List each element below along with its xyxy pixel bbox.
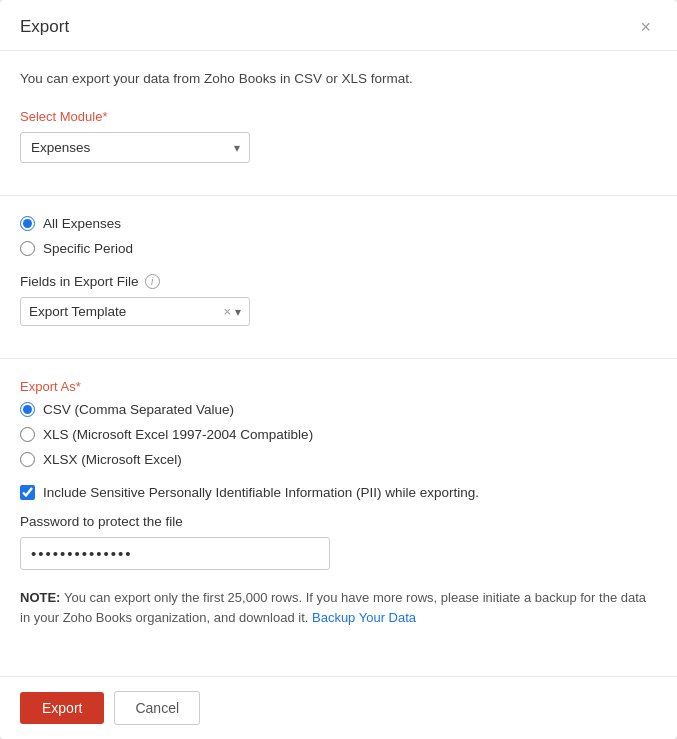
template-value: Export Template xyxy=(29,304,223,319)
section-divider xyxy=(0,195,677,196)
password-label: Password to protect the file xyxy=(20,514,657,529)
xls-radio[interactable] xyxy=(20,427,35,442)
csv-radio[interactable] xyxy=(20,402,35,417)
fields-label: Fields in Export File i xyxy=(20,274,657,289)
module-label: Select Module* xyxy=(20,109,657,124)
pii-label: Include Sensitive Personally Identifiabl… xyxy=(43,485,479,500)
note-section: NOTE: You can export only the first 25,0… xyxy=(20,588,657,628)
period-radio-group: All Expenses Specific Period xyxy=(20,216,657,256)
xlsx-option[interactable]: XLSX (Microsoft Excel) xyxy=(20,452,657,467)
all-expenses-label: All Expenses xyxy=(43,216,121,231)
export-as-label: Export As* xyxy=(20,379,657,394)
modal-body: You can export your data from Zoho Books… xyxy=(0,51,677,676)
note-prefix: NOTE: xyxy=(20,590,64,605)
module-select-wrapper: Expenses Bills Contacts Items Invoices ▾ xyxy=(20,132,250,163)
password-input[interactable] xyxy=(20,537,330,570)
fields-label-text: Fields in Export File xyxy=(20,274,139,289)
specific-period-label: Specific Period xyxy=(43,241,133,256)
xls-label: XLS (Microsoft Excel 1997-2004 Compatibl… xyxy=(43,427,313,442)
all-expenses-option[interactable]: All Expenses xyxy=(20,216,657,231)
specific-period-option[interactable]: Specific Period xyxy=(20,241,657,256)
modal-header: Export × xyxy=(0,0,677,51)
modal-title: Export xyxy=(20,17,69,37)
close-button[interactable]: × xyxy=(634,16,657,38)
info-icon: i xyxy=(145,274,160,289)
xlsx-label: XLSX (Microsoft Excel) xyxy=(43,452,182,467)
csv-option[interactable]: CSV (Comma Separated Value) xyxy=(20,402,657,417)
xlsx-radio[interactable] xyxy=(20,452,35,467)
xls-option[interactable]: XLS (Microsoft Excel 1997-2004 Compatibl… xyxy=(20,427,657,442)
all-expenses-radio[interactable] xyxy=(20,216,35,231)
pii-checkbox-item[interactable]: Include Sensitive Personally Identifiabl… xyxy=(20,485,657,500)
export-button[interactable]: Export xyxy=(20,692,104,724)
template-select-wrapper[interactable]: Export Template × ▾ xyxy=(20,297,250,326)
modal-footer: Export Cancel xyxy=(0,676,677,739)
intro-text: You can export your data from Zoho Books… xyxy=(20,69,657,89)
csv-label: CSV (Comma Separated Value) xyxy=(43,402,234,417)
template-dropdown-arrow[interactable]: ▾ xyxy=(235,305,241,319)
export-format-radio-group: CSV (Comma Separated Value) XLS (Microso… xyxy=(20,402,657,467)
module-select[interactable]: Expenses Bills Contacts Items Invoices xyxy=(20,132,250,163)
template-clear-icon[interactable]: × xyxy=(223,304,231,319)
export-as-section: Export As* CSV (Comma Separated Value) X… xyxy=(20,379,657,467)
export-modal: Export × You can export your data from Z… xyxy=(0,0,677,739)
pii-checkbox[interactable] xyxy=(20,485,35,500)
section-divider-2 xyxy=(0,358,677,359)
specific-period-radio[interactable] xyxy=(20,241,35,256)
backup-link[interactable]: Backup Your Data xyxy=(312,610,416,625)
cancel-button[interactable]: Cancel xyxy=(114,691,200,725)
